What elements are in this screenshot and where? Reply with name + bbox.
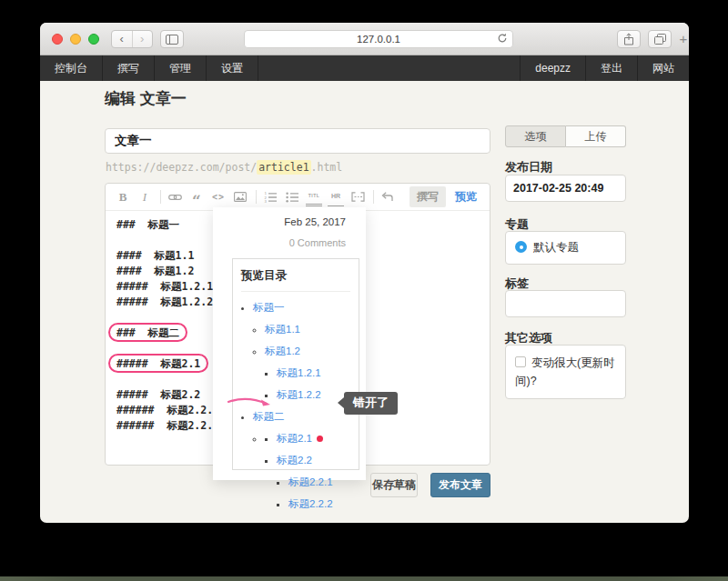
nav-item-settings[interactable]: 设置: [207, 55, 258, 81]
link-icon: [168, 193, 182, 202]
permalink-prefix: https://deepzz.com/post/: [106, 161, 257, 174]
history-nav-group: ‹ ›: [111, 30, 153, 48]
image-icon: [234, 192, 247, 202]
unordered-list-button[interactable]: [284, 188, 300, 206]
admin-navbar: 控制台 撰写 管理 设置 deepzz 登出 网站: [40, 55, 689, 81]
toc-item: 标题二 标题2.1 标题2.2 标题2.2.1 标题2.2.2: [253, 410, 359, 511]
undo-icon: [381, 192, 394, 202]
toc-link[interactable]: 标题1.2: [265, 346, 300, 356]
close-window-button[interactable]: [52, 34, 63, 45]
sidebar-toggle-button[interactable]: [160, 30, 184, 48]
publish-date-input[interactable]: [505, 175, 626, 202]
ordered-list-button[interactable]: 123: [262, 188, 278, 206]
page-title: 编辑 文章一: [105, 88, 187, 109]
toc-item: 标题一 标题1.1 标题1.2 标题1.2.1 标题1.2.2: [253, 301, 359, 402]
toc-item: 标题2.2 标题2.2.1 标题2.2.2: [277, 454, 359, 511]
new-tab-button[interactable]: +: [675, 30, 689, 48]
toc-panel: 预览目录 标题一 标题1.1 标题1.2 标题1.2.1 标题1.2.2: [232, 258, 359, 470]
toc-item-misaligned: 标题2.1: [277, 432, 359, 446]
checkbox-label[interactable]: 变动很大(更新时间)?: [515, 356, 615, 387]
tags-input[interactable]: [505, 290, 626, 317]
browser-window: ‹ › 127.0.0.1 + 控制台 撰写: [40, 23, 689, 523]
address-bar[interactable]: 127.0.0.1: [244, 30, 513, 48]
toc-link[interactable]: 标题2.1: [277, 433, 312, 444]
nav-item-manage[interactable]: 管理: [155, 55, 207, 81]
nav-item-write[interactable]: 撰写: [103, 55, 155, 81]
sidebar-icon: [166, 35, 178, 45]
toc-link[interactable]: 标题2.2: [277, 455, 312, 466]
forward-button[interactable]: ›: [132, 31, 153, 47]
permalink-suffix: .html: [311, 161, 343, 174]
nav-item-logout[interactable]: 登出: [585, 55, 637, 81]
tab-preview[interactable]: 预览: [455, 189, 477, 205]
error-dot: [317, 436, 323, 442]
nav-item-site[interactable]: 网站: [637, 55, 689, 81]
share-button[interactable]: [617, 30, 641, 48]
annotation-tooltip: 错开了: [344, 392, 398, 415]
page-break-icon: [351, 192, 365, 202]
svg-text:3: 3: [265, 198, 268, 202]
tabs-overview-icon: [654, 34, 666, 45]
italic-button[interactable]: I: [136, 188, 153, 206]
permalink: https://deepzz.com/post/article1.html: [106, 161, 342, 174]
toc-item: 标题1.2.1: [277, 366, 359, 380]
browser-titlebar: ‹ › 127.0.0.1 +: [40, 23, 689, 55]
topic-box: 默认专题: [505, 231, 626, 265]
link-button[interactable]: [167, 188, 183, 206]
checkbox-unchecked-icon[interactable]: [515, 356, 526, 367]
annotation-arrow: [227, 396, 278, 412]
toolbar-divider: [256, 190, 257, 204]
toc-link[interactable]: 标题1.2.1: [277, 367, 321, 378]
horizontal-rule-button[interactable]: HR: [328, 188, 344, 206]
zoom-window-button[interactable]: [88, 34, 99, 45]
toc-item: 标题2.2.2: [288, 497, 359, 511]
ordered-list-icon: 123: [264, 192, 277, 203]
heading-button[interactable]: TITL: [306, 188, 322, 206]
tab-write[interactable]: 撰写: [410, 186, 446, 207]
toc-item: 标题2.2.1: [288, 476, 359, 489]
publish-button[interactable]: 发布文章: [430, 473, 490, 497]
bold-button[interactable]: B: [115, 188, 131, 206]
toc-link[interactable]: 标题一: [253, 302, 285, 313]
toc-item-empty-level: 标题2.1 标题2.2 标题2.2.1 标题2.2.2: [265, 432, 359, 511]
desktop-edge: [0, 576, 728, 581]
preview-popup: Feb 25, 2017 0 Comments 预览目录 标题一 标题1.1 标…: [213, 207, 366, 480]
sidebar-tabs: 选项 上传: [505, 125, 626, 147]
nav-item-username[interactable]: deepzz: [520, 55, 585, 81]
tab-upload[interactable]: 上传: [566, 125, 626, 147]
toc-item: 标题1.1: [265, 323, 359, 336]
blockquote-button[interactable]: “: [188, 188, 205, 206]
toc-link[interactable]: 标题2.2.2: [288, 498, 333, 509]
other-options-box: 变动很大(更新时间)?: [505, 345, 626, 399]
publish-date-label: 发布日期: [505, 159, 552, 175]
code-button[interactable]: <>: [210, 188, 227, 206]
toc-title: 预览目录: [241, 268, 350, 292]
radio-selected-icon[interactable]: [515, 241, 527, 253]
permalink-slug: article1: [257, 160, 310, 175]
image-button[interactable]: [232, 188, 248, 206]
topic-option-label[interactable]: 默认专题: [533, 241, 579, 254]
undo-button[interactable]: [379, 188, 396, 206]
show-all-tabs-button[interactable]: [648, 30, 672, 48]
tab-options[interactable]: 选项: [505, 125, 566, 147]
reload-icon[interactable]: [497, 33, 508, 44]
page-break-button[interactable]: [349, 188, 366, 206]
minimize-window-button[interactable]: [70, 34, 81, 45]
toc-link[interactable]: 标题1.1: [265, 324, 300, 335]
toc-link[interactable]: 标题1.2.2: [277, 389, 321, 400]
toolbar-divider: [160, 190, 161, 204]
url-text: 127.0.0.1: [357, 34, 400, 45]
article-title-input[interactable]: [105, 128, 490, 154]
back-button[interactable]: ‹: [112, 31, 132, 47]
nav-item-console[interactable]: 控制台: [40, 55, 103, 81]
save-draft-button[interactable]: 保存草稿: [370, 473, 418, 497]
unordered-list-icon: [286, 192, 298, 203]
toc-link[interactable]: 标题二: [253, 411, 285, 422]
nav-spacer: [258, 55, 520, 81]
toc-link[interactable]: 标题2.2.1: [288, 476, 333, 487]
post-date: Feb 25, 2017: [284, 216, 346, 227]
desktop-background: ‹ › 127.0.0.1 + 控制台 撰写: [0, 0, 728, 581]
comments-count: 0 Comments: [289, 237, 346, 248]
share-icon: [623, 33, 634, 45]
toolbar-divider: [373, 190, 374, 204]
